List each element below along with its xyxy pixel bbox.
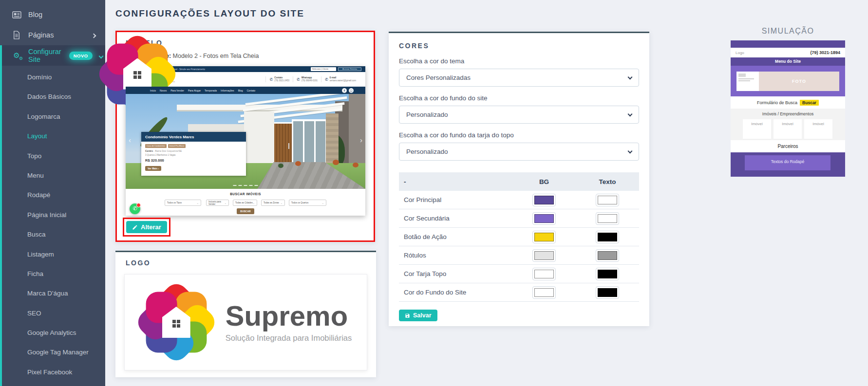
sidebar-item-empreendimentos[interactable]: Empreendimentos xyxy=(0,0,105,4)
salvar-button-label: Salvar xyxy=(413,312,432,319)
color-field-label: Escolha a cor do fundo da tarja do topo xyxy=(399,131,639,139)
sidebar-submenu-item[interactable]: Google Analytics xyxy=(2,323,105,343)
text-color-swatch[interactable] xyxy=(596,286,619,299)
sim-phone-number: (79) 3021-1894 xyxy=(810,50,840,55)
app-window: Empreendimentos Blog Páginas ⚙⚙ Configur… xyxy=(0,0,868,386)
cores-card: CORES Escolha a cor do tema Cores Person… xyxy=(389,32,649,326)
preview-search-button: BUSCAR xyxy=(237,208,254,214)
preview-nav-item: Para Alugar xyxy=(188,89,201,92)
color-row-label: Rótulos xyxy=(399,252,512,259)
cores-heading: CORES xyxy=(399,42,639,50)
page-title: CONFIGURAÇÕES LAYOUT DO SITE xyxy=(115,8,304,19)
sim-listing-box: Imóvel xyxy=(804,119,832,139)
chevron-down-icon: ⌄ xyxy=(253,202,255,204)
sidebar-submenu-item[interactable]: Listagem xyxy=(2,245,105,264)
colors-table-row: Cor Tarja Topo xyxy=(399,265,639,283)
colors-table-row: Cor Secundária xyxy=(399,209,639,228)
text-color-swatch[interactable] xyxy=(596,212,619,225)
chevron-down-icon: ⌄ xyxy=(322,202,324,204)
sidebar-submenu-item[interactable]: Pixel Facebook xyxy=(2,363,105,382)
text-color-swatch[interactable] xyxy=(596,194,619,206)
preview-nav-item: Início xyxy=(150,89,156,92)
sidebar-item-configurar-site[interactable]: ⚙⚙ Configurar Site NOVO xyxy=(0,45,105,66)
colors-col-bg: BG xyxy=(512,178,576,185)
property-card-title: Condomínio Verdes Mares xyxy=(141,132,246,142)
preview-brand-logo: Supremo Solução Integrada para Imobiliár… xyxy=(137,74,175,85)
logo-heading: LOGO xyxy=(126,259,151,267)
bg-color-swatch[interactable] xyxy=(532,286,556,299)
preview-header: Supremo Solução Integrada para Imobiliár… xyxy=(126,72,365,87)
sidebar-submenu-item[interactable]: Logomarca xyxy=(2,107,105,127)
text-color-swatch[interactable] xyxy=(596,268,619,280)
chevron-right-icon xyxy=(92,31,95,39)
colors-col-label: - xyxy=(399,178,512,185)
sim-logo-placeholder: Logo xyxy=(736,51,744,55)
sidebar-submenu-item[interactable]: Domínio xyxy=(2,68,105,87)
preview-search-select: Todas as Cidades⌄ xyxy=(233,200,257,206)
sidebar-submenu-item[interactable]: Busca xyxy=(2,225,105,244)
colors-table-row: Cor Principal xyxy=(399,191,639,209)
sim-listing-box: Imóvel xyxy=(774,119,802,139)
sim-search-label: Formulário de Busca xyxy=(757,100,797,105)
sidebar-item-label: Blog xyxy=(28,11,42,18)
simulacao-heading: SIMULAÇÃO xyxy=(731,27,845,36)
colors-table-header: - BG Texto xyxy=(399,172,639,191)
preview-nav-item: Blog xyxy=(238,89,243,92)
salvar-button[interactable]: Salvar xyxy=(399,310,437,321)
colors-table-row: Rótulos xyxy=(399,246,639,265)
color-row-label: Cor Tarja Topo xyxy=(399,270,512,277)
text-color-swatch[interactable] xyxy=(596,249,619,262)
sidebar-submenu-item[interactable]: SEO xyxy=(2,304,105,323)
pencil-icon xyxy=(132,224,138,230)
color-row-label: Cor Secundária xyxy=(399,215,512,222)
color-select[interactable]: Personalizado xyxy=(399,106,639,124)
facebook-icon: f xyxy=(342,88,347,93)
bg-color-swatch[interactable] xyxy=(532,268,556,280)
bg-color-swatch[interactable] xyxy=(532,231,556,243)
alterar-button[interactable]: Alterar xyxy=(126,221,167,233)
modelo-card: MODELO Modelo do Site: Modelo 2 - Fotos … xyxy=(115,31,375,242)
chevron-down-icon: ⌄ xyxy=(225,202,226,204)
bg-color-swatch[interactable] xyxy=(532,194,556,206)
site-template-preview: CRECI 5555A PF - Cadastre seu imóvel - S… xyxy=(126,66,365,216)
text-color-swatch[interactable] xyxy=(596,231,619,243)
sim-mini-card xyxy=(736,72,759,91)
sidebar-submenu-item[interactable]: Menu xyxy=(2,166,105,185)
sidebar: Empreendimentos Blog Páginas ⚙⚙ Configur… xyxy=(0,0,105,386)
carousel-next-icon: › xyxy=(360,136,362,144)
bg-color-swatch[interactable] xyxy=(532,212,556,225)
property-card-amenities: 3 Quartos 2 Banheiros 1 Vagas xyxy=(145,154,242,156)
preview-topbar-select: Selecione | Cliente xyxy=(311,67,336,71)
bg-color-swatch[interactable] xyxy=(532,249,556,262)
cores-fields: Escolha a cor do tema Cores Personalizad… xyxy=(399,57,639,161)
preview-hero-photo: ‹ › Condomínio Verdes Mares Casa de Cond… xyxy=(126,94,365,189)
simulacao-panel: SIMULAÇÃO Logo (79) 3021-1894 Menu do Si… xyxy=(731,27,845,177)
color-select[interactable]: Cores Personalizadas xyxy=(399,69,639,87)
color-row-label: Botão de Ação xyxy=(399,233,512,240)
sidebar-submenu: Domínio Dados Básicos Logomarca Layout T… xyxy=(0,66,105,386)
preview-topbar-button: Acessar Sistema xyxy=(338,67,361,71)
sidebar-submenu-item[interactable]: Layout xyxy=(2,127,105,146)
sidebar-submenu-item[interactable]: Google Tag Manager xyxy=(2,343,105,362)
sidebar-submenu-item[interactable]: Marca D'água xyxy=(2,284,105,303)
color-select[interactable]: Personalizado xyxy=(399,143,639,161)
sidebar-item-blog[interactable]: Blog xyxy=(0,4,105,25)
sidebar-submenu-item[interactable]: Ficha xyxy=(2,264,105,284)
preview-nav-item: Contato xyxy=(247,89,256,92)
sidebar-item-paginas[interactable]: Páginas xyxy=(0,25,105,45)
colors-table: - BG Texto Cor Principal Cor Secundária xyxy=(399,172,639,302)
preview-search-bar: BUSCAR IMÓVEIS Todos os Tipos⌄ Imóveis p… xyxy=(126,189,365,216)
color-field-label: Escolha a cor do fundo do site xyxy=(399,94,639,102)
sidebar-submenu-item[interactable]: Página Inicial xyxy=(2,205,105,225)
whatsapp-icon: ✆ xyxy=(130,203,140,214)
property-card-badges: Casa de CondomínioImóvel Pra Morar xyxy=(145,144,242,148)
sim-foto-placeholder: FOTO xyxy=(759,72,839,91)
blog-icon xyxy=(12,10,21,19)
alterar-button-label: Alterar xyxy=(141,223,161,231)
sidebar-submenu-item[interactable]: Dados Básicos xyxy=(2,87,105,107)
preview-nav-item: Temporada xyxy=(205,89,217,92)
colors-table-row: Botão de Ação xyxy=(399,228,639,246)
sidebar-submenu-item[interactable]: Topo xyxy=(2,147,105,166)
sidebar-submenu-item[interactable]: Rodapé xyxy=(2,185,105,205)
sim-listing-box: Imóvel xyxy=(743,119,771,139)
